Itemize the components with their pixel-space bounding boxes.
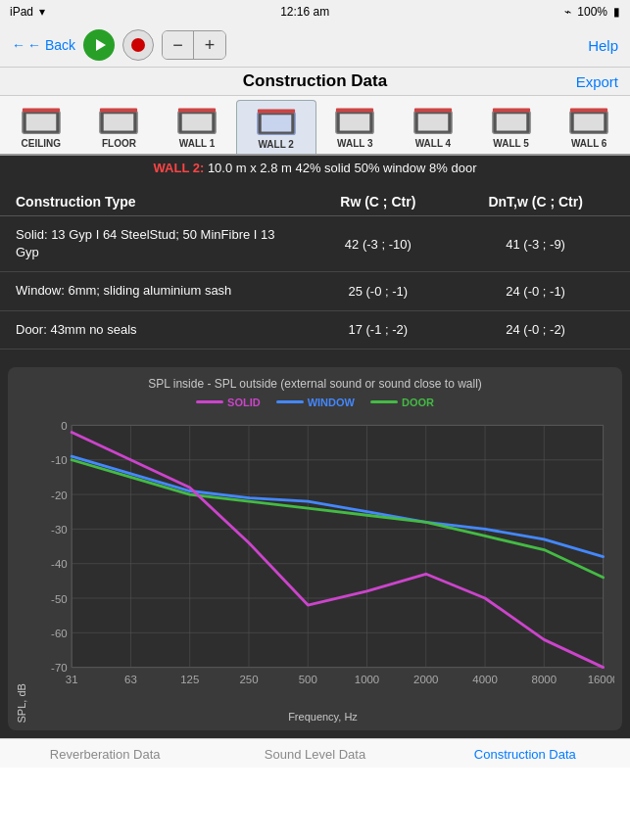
tab-wall2[interactable]: WALL 2 (236, 100, 316, 154)
chart-legend: SOLIDWINDOWDOOR (16, 397, 614, 408)
wall1-icon (176, 105, 218, 136)
svg-rect-11 (261, 115, 291, 131)
wifi-icon: ▾ (39, 5, 45, 19)
x-axis-label: Frequency, Hz (31, 711, 614, 723)
play-icon (93, 38, 107, 52)
svg-rect-5 (104, 114, 134, 130)
tab-row: CEILINGFLOORWALL 1WALL 2WALL 3WALL 4WALL… (0, 96, 630, 156)
data-table: Construction Type Rw (C ; Ctr) DnT,w (C … (0, 180, 630, 357)
tab-wall5[interactable]: WALL 5 (472, 100, 551, 154)
counter-controls: − + (162, 30, 226, 60)
svg-rect-23 (574, 114, 605, 130)
svg-text:-50: -50 (51, 592, 68, 604)
time-label: 12:16 am (280, 5, 329, 19)
svg-rect-3 (23, 109, 60, 113)
back-label: ← Back (27, 37, 75, 53)
svg-rect-2 (26, 114, 57, 130)
chart-box: SPL inside - SPL outside (external sound… (8, 367, 622, 731)
legend-window: WINDOW (276, 397, 355, 408)
record-button[interactable] (122, 29, 154, 61)
svg-text:250: 250 (239, 673, 258, 684)
toolbar: ← ← Back − + Help (0, 23, 630, 68)
row-dnt-0: 41 (-3 ; -9) (457, 237, 614, 252)
chart-container: SPL inside - SPL outside (external sound… (0, 357, 630, 739)
wall2-icon-wrap (255, 105, 298, 138)
increment-button[interactable]: + (194, 31, 225, 59)
svg-text:500: 500 (299, 673, 317, 684)
info-bar: WALL 2: 10.0 m x 2.8 m 42% solid 50% win… (0, 156, 630, 180)
nav-construction-data[interactable]: Construction Data (420, 747, 630, 762)
wall6-label: WALL 6 (571, 138, 606, 149)
svg-rect-21 (492, 109, 529, 113)
back-button[interactable]: ← ← Back (12, 37, 75, 53)
row-rw-2: 17 (-1 ; -2) (299, 322, 457, 337)
svg-rect-12 (258, 110, 295, 114)
ceiling-icon-wrap (20, 104, 63, 137)
svg-text:63: 63 (124, 673, 137, 684)
nav-sound-level-data[interactable]: Sound Level Data (210, 747, 419, 762)
svg-rect-15 (336, 109, 373, 113)
svg-text:-30: -30 (51, 524, 68, 536)
wall1-icon-wrap (175, 104, 218, 137)
svg-text:1000: 1000 (355, 673, 379, 684)
floor-icon-wrap (97, 104, 140, 137)
svg-rect-9 (178, 109, 216, 113)
svg-text:-70: -70 (51, 662, 68, 674)
tab-floor[interactable]: FLOOR (80, 100, 159, 154)
bottom-nav: Reverberation DataSound Level DataConstr… (0, 738, 630, 768)
legend-door: DOOR (370, 397, 434, 408)
svg-rect-17 (418, 114, 449, 130)
device-label: iPad (10, 5, 33, 19)
svg-text:-60: -60 (51, 628, 68, 639)
chart-svg-wrap: 0-10-20-30-40-50-60-70316312525050010002… (31, 414, 614, 723)
title-bar: Construction Data Export (0, 68, 630, 96)
svg-text:2000: 2000 (413, 673, 438, 684)
tab-wall6[interactable]: WALL 6 (550, 100, 628, 154)
export-button[interactable]: Export (576, 73, 618, 90)
row-dnt-1: 24 (-0 ; -1) (457, 284, 614, 299)
wall3-icon (334, 105, 375, 136)
svg-text:4000: 4000 (472, 673, 497, 684)
decrement-button[interactable]: − (163, 31, 194, 59)
row-type-0: Solid: 13 Gyp I 64 SteelStud; 50 MinFibr… (16, 226, 299, 261)
wall6-icon-wrap (567, 104, 610, 137)
svg-text:0: 0 (61, 420, 67, 432)
svg-rect-6 (100, 109, 137, 113)
wall5-label: WALL 5 (493, 138, 528, 149)
row-rw-1: 25 (-0 ; -1) (299, 284, 457, 299)
nav-reverberation-data[interactable]: Reverberation Data (0, 747, 210, 762)
tab-wall1[interactable]: WALL 1 (158, 100, 236, 154)
svg-text:-20: -20 (51, 489, 68, 500)
page-title: Construction Data (243, 71, 387, 91)
table-row: Solid: 13 Gyp I 64 SteelStud; 50 MinFibr… (0, 216, 630, 272)
svg-rect-14 (340, 114, 370, 130)
bluetooth-icon: ⌁ (564, 5, 571, 19)
header-dnt: DnT,w (C ; Ctr) (457, 194, 614, 210)
svg-text:125: 125 (180, 673, 199, 684)
svg-rect-24 (570, 109, 607, 113)
svg-rect-18 (414, 109, 452, 113)
chart-area: SPL, dB 0-10-20-30-40-50-60-703163125250… (16, 414, 614, 723)
row-type-2: Door: 43mm no seals (16, 321, 299, 339)
battery-label: 100% (577, 5, 607, 19)
tab-wall4[interactable]: WALL 4 (394, 100, 472, 154)
tab-wall3[interactable]: WALL 3 (316, 100, 395, 154)
wall5-icon-wrap (490, 104, 533, 137)
row-type-1: Window: 6mm; sliding aluminium sash (16, 282, 299, 300)
tab-ceiling[interactable]: CEILING (2, 100, 80, 154)
help-button[interactable]: Help (588, 37, 618, 54)
row-dnt-2: 24 (-0 ; -2) (457, 322, 614, 337)
ceiling-label: CEILING (22, 138, 62, 149)
header-type: Construction Type (16, 194, 299, 210)
back-arrow-icon: ← (12, 37, 25, 53)
wall1-label: WALL 1 (179, 138, 215, 149)
wall2-label: WALL 2 (258, 139, 293, 150)
wall6-icon (568, 105, 609, 136)
y-axis-label: SPL, dB (16, 414, 27, 723)
svg-text:-10: -10 (51, 454, 68, 466)
wall3-icon-wrap (333, 104, 376, 137)
table-header: Construction Type Rw (C ; Ctr) DnT,w (C … (0, 188, 630, 216)
play-button[interactable] (83, 29, 115, 61)
wall5-icon (491, 105, 532, 136)
svg-text:8000: 8000 (532, 673, 557, 684)
